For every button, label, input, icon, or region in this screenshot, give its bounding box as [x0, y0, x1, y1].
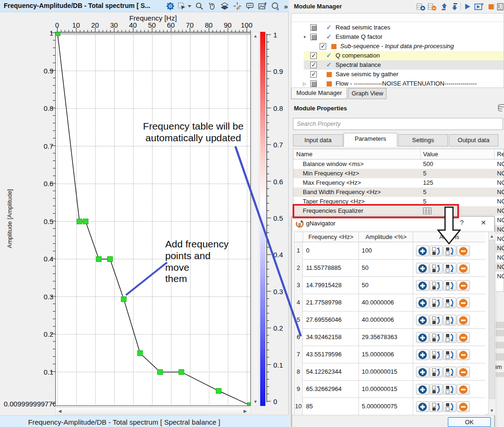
tree-checkbox[interactable]: [310, 62, 317, 68]
help-button[interactable]: ?: [457, 219, 467, 228]
curve-point-marker[interactable]: [138, 351, 143, 356]
add-module-icon[interactable]: [416, 2, 426, 11]
move-point-up-button[interactable]: [430, 332, 443, 343]
scroll-up-icon[interactable]: ▲: [489, 232, 495, 240]
frequency-table-row[interactable]: 314.7991542850: [294, 277, 485, 294]
remove-point-button[interactable]: [457, 401, 470, 412]
tab-parameters[interactable]: Parameters: [343, 133, 397, 147]
zoom-icon[interactable]: [194, 1, 205, 11]
frequency-value[interactable]: 11.55778885: [306, 264, 341, 271]
dialog-titlebar[interactable]: g gNavigator ? ✕: [292, 217, 494, 231]
remove-point-button[interactable]: [457, 349, 470, 360]
move-point-down-button[interactable]: [443, 263, 456, 274]
settings-gear-icon[interactable]: [165, 1, 176, 11]
frequency-value[interactable]: 34.92462158: [306, 333, 342, 340]
frequency-table-row[interactable]: 743.5517959615.0000006: [294, 346, 485, 363]
move-point-down-button[interactable]: [443, 332, 456, 343]
parameter-value[interactable]: 5: [423, 198, 426, 205]
module-tree-item[interactable]: ✓Read seismic traces: [292, 23, 504, 32]
search-property-input[interactable]: Search Property: [293, 118, 503, 130]
dialog-scrollbar[interactable]: ▲ ▼: [488, 232, 496, 415]
expander-collapsed-icon[interactable]: ▷: [302, 81, 307, 87]
tree-checkbox[interactable]: [310, 24, 317, 31]
add-point-button[interactable]: [416, 401, 429, 412]
frequency-value[interactable]: 85: [306, 403, 313, 410]
curve-point-marker[interactable]: [179, 369, 184, 375]
properties-panel-icon[interactable]: [498, 104, 504, 114]
flow-log-icon[interactable]: [495, 2, 504, 11]
curve-point-marker[interactable]: [158, 369, 163, 375]
frequency-table-row[interactable]: 634.9246215829.35678363: [294, 329, 485, 346]
expander-expanded-icon[interactable]: ▾: [302, 34, 307, 40]
module-tree-item[interactable]: Save seismic by gather: [292, 70, 504, 79]
remove-point-button[interactable]: [457, 246, 470, 256]
add-point-button[interactable]: [416, 349, 429, 360]
move-point-up-button[interactable]: [430, 349, 443, 360]
curve-point-marker[interactable]: [216, 388, 221, 393]
parameter-row[interactable]: Min Frequency <Hz>5NO: [293, 169, 504, 178]
add-point-button[interactable]: [416, 332, 429, 343]
move-up-icon[interactable]: [439, 2, 449, 11]
add-point-button[interactable]: [416, 297, 429, 308]
parameter-row[interactable]: Frequencies EqualizerNO: [293, 206, 504, 216]
move-point-down-button[interactable]: [443, 280, 456, 291]
frequency-table-row[interactable]: 854.1226234410.00000015: [294, 363, 485, 381]
remove-point-button[interactable]: [457, 280, 470, 291]
tree-checkbox[interactable]: [320, 43, 326, 50]
remove-point-button[interactable]: [457, 384, 470, 395]
scroll-down-icon[interactable]: ▼: [252, 398, 259, 405]
amplitude-value[interactable]: 15.0000006: [362, 351, 394, 358]
add-point-button[interactable]: [416, 315, 429, 326]
remove-point-button[interactable]: [457, 263, 470, 274]
curve-point-marker[interactable]: [83, 219, 88, 224]
move-point-down-button[interactable]: [443, 297, 456, 308]
mouse-tools-icon[interactable]: [206, 1, 218, 11]
move-point-down-button[interactable]: [443, 246, 456, 256]
parameter-row[interactable]: Band Width Frequency <Hz>5NO: [293, 188, 504, 197]
remove-point-button[interactable]: [457, 297, 470, 308]
scroll-left-icon[interactable]: ◀: [57, 408, 63, 415]
tab-output-data[interactable]: Output data: [449, 134, 498, 146]
run-to-module-icon[interactable]: [474, 2, 484, 11]
ok-button[interactable]: OK: [448, 417, 491, 427]
plot-vertical-scrollbar[interactable]: ▲ ▼: [252, 32, 259, 406]
tab-input-data[interactable]: Input data: [293, 134, 343, 146]
frequency-table-row[interactable]: 421.7758979840.0000006: [294, 294, 485, 311]
parameter-value[interactable]: 5: [423, 170, 426, 177]
add-point-button[interactable]: [416, 263, 429, 274]
frequencies-table-icon[interactable]: [423, 208, 431, 214]
amplitude-value[interactable]: 10.00000015: [362, 368, 397, 375]
plot-area[interactable]: [55, 32, 251, 406]
amplitude-value[interactable]: 29.35678363: [362, 333, 397, 340]
tab-module-manager[interactable]: Module Manager: [291, 88, 347, 99]
add-point-button[interactable]: [416, 367, 429, 377]
tree-checkbox[interactable]: [310, 80, 317, 87]
add-point-button[interactable]: [416, 384, 429, 395]
frequency-value[interactable]: 54.12262344: [306, 368, 342, 375]
move-down-icon[interactable]: [449, 2, 460, 11]
amplitude-value[interactable]: 5.000000075: [362, 403, 397, 410]
frequency-table-row[interactable]: 527.6955604640.0000006: [294, 311, 485, 329]
module-tree-item[interactable]: Sub-sequence - Input data pre-processing: [292, 42, 504, 51]
frequency-value[interactable]: 0: [306, 247, 309, 254]
parameter-row[interactable]: Balance window <ms>500NO: [293, 159, 504, 169]
move-point-down-button[interactable]: [443, 384, 456, 395]
amplitude-value[interactable]: 50: [362, 264, 368, 271]
crosshair-picker-icon[interactable]: [232, 1, 243, 11]
curve-point-marker[interactable]: [77, 219, 82, 224]
scroll-down-icon[interactable]: ▼: [489, 407, 495, 414]
comments-icon[interactable]: [244, 1, 256, 11]
export-image-icon[interactable]: [257, 1, 268, 11]
parameter-row[interactable]: Taper Frequency <Hz>5NO: [293, 197, 504, 206]
move-point-down-button[interactable]: [443, 367, 456, 377]
close-icon[interactable]: ✕: [477, 219, 489, 228]
amplitude-value[interactable]: 40.0000006: [362, 316, 394, 323]
tree-checkbox[interactable]: [310, 34, 317, 40]
module-tree-item[interactable]: ✓Spectral balance: [292, 60, 504, 70]
move-point-down-button[interactable]: [443, 349, 456, 360]
frequency-table-row[interactable]: 211.5577888550: [294, 260, 485, 277]
curve-point-marker[interactable]: [108, 257, 113, 262]
curve-point-marker[interactable]: [248, 403, 250, 405]
tree-checkbox[interactable]: [310, 71, 317, 78]
run-flow-icon[interactable]: [462, 2, 473, 11]
